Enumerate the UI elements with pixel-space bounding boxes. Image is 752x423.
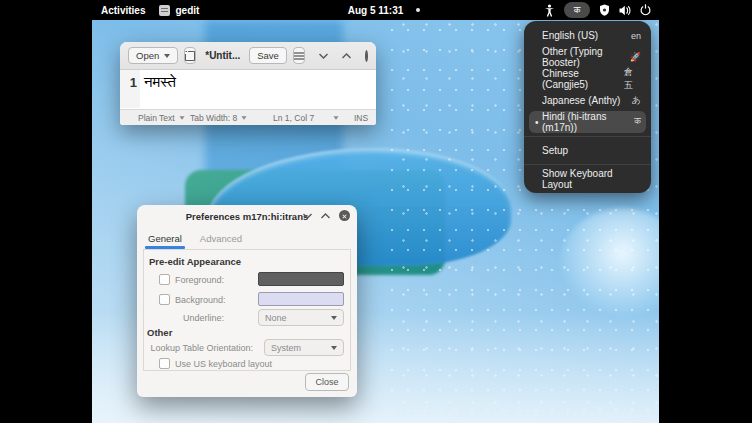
close-button[interactable]: Close (305, 373, 349, 391)
language-label: Plain Text (138, 113, 175, 123)
lookup-orientation-value: System (271, 343, 301, 353)
top-panel: Activities gedit Aug 5 11:31 क (92, 0, 659, 20)
underline-value: None (265, 313, 287, 323)
new-document-button[interactable] (184, 47, 196, 64)
gedit-statusbar: Plain Text Tab Width: 8 Ln 1, Col 7 INS (120, 109, 376, 125)
hamburger-menu-button[interactable] (293, 47, 305, 64)
cursor-position-label[interactable]: Ln 1, Col 7 (273, 110, 314, 126)
open-button[interactable]: Open (128, 47, 178, 64)
goto-line-dropdown[interactable] (333, 110, 339, 126)
input-method-indicator[interactable]: क (564, 2, 590, 18)
chevron-down-icon (179, 116, 184, 119)
save-button[interactable]: Save (249, 47, 287, 64)
shield-icon[interactable] (599, 4, 610, 16)
preferences-content-frame: Pre-edit Appearance Foreground: Backgrou… (143, 249, 351, 371)
window-close-button[interactable] (339, 210, 350, 221)
ime-item-badge: क (634, 116, 641, 127)
close-button-label: Close (315, 377, 338, 387)
ime-item-label: Japanese (Anthy) (542, 95, 620, 106)
line-number: 1 (120, 75, 137, 90)
power-icon[interactable] (640, 4, 651, 16)
rocket-icon: 🚀 (630, 52, 641, 62)
letterboxed-stage: Activities gedit Aug 5 11:31 क (0, 0, 752, 423)
ime-item-label: Show Keyboard Layout (542, 168, 641, 190)
ime-menu-item-english[interactable]: English (US) en (524, 25, 651, 47)
notification-dot-icon (416, 8, 420, 12)
foreground-color-swatch[interactable] (258, 272, 344, 286)
selected-bullet-icon: • (535, 116, 539, 127)
gedit-window: Open *Untit... Save (120, 42, 376, 125)
underline-label: Underline: (144, 313, 224, 323)
foreground-label: Foreground: (175, 275, 224, 285)
window-minimize-button[interactable] (303, 213, 312, 219)
ime-item-badge: あ (632, 94, 641, 107)
chevron-down-icon (331, 316, 337, 320)
chevron-down-icon (164, 54, 170, 58)
volume-icon[interactable] (619, 5, 631, 16)
save-button-label: Save (257, 50, 279, 61)
ime-item-badge: en (631, 31, 641, 41)
window-maximize-button[interactable] (321, 213, 330, 219)
tab-advanced-label: Advanced (200, 233, 242, 244)
lookup-orientation-label: Lookup Table Orientation: (144, 343, 253, 353)
app-menu-label: gedit (175, 5, 199, 16)
preferences-titlebar: Preferences m17n:hi:itrans (137, 205, 357, 227)
ime-menu-item-setup[interactable]: Setup (524, 140, 651, 162)
window-minimize-button[interactable] (319, 53, 328, 59)
document-text: नमस्ते (144, 73, 176, 91)
chevron-down-icon (242, 116, 247, 119)
background-label: Background: (175, 295, 226, 305)
tab-width-label: Tab Width: 8 (190, 113, 237, 123)
cursor-position-text: Ln 1, Col 7 (273, 113, 314, 123)
open-button-label: Open (136, 50, 159, 61)
window-close-button[interactable] (365, 50, 368, 62)
preedit-section-header: Pre-edit Appearance (149, 256, 241, 267)
input-method-menu: English (US) en Other (Typing Booster) 🚀… (524, 21, 651, 193)
insert-mode-indicator[interactable]: INS (354, 110, 368, 126)
chevron-up-icon (342, 53, 351, 59)
chevron-down-icon (333, 116, 338, 119)
tab-advanced[interactable]: Advanced (195, 227, 247, 249)
ime-item-label: Other (Typing Booster) (542, 46, 630, 68)
document-title: *Untit... (205, 50, 240, 61)
preferences-dialog: Preferences m17n:hi:itrans General Advan… (137, 205, 357, 397)
underline-dropdown[interactable]: None (258, 309, 344, 326)
background-checkbox[interactable] (159, 294, 170, 305)
accessibility-icon[interactable] (544, 4, 555, 17)
tab-width-dropdown[interactable]: Tab Width: 8 (190, 110, 247, 126)
chevron-down-icon (331, 346, 337, 350)
gedit-icon (159, 5, 170, 16)
text-editor-area[interactable]: 1 नमस्ते (120, 70, 376, 108)
tab-general[interactable]: General (145, 227, 185, 249)
window-maximize-button[interactable] (342, 53, 351, 59)
chevron-down-icon (303, 213, 312, 219)
menu-separator (524, 164, 651, 165)
foreground-checkbox[interactable] (159, 274, 170, 285)
ime-menu-item-japanese[interactable]: Japanese (Anthy) あ (524, 90, 651, 112)
desktop-screen: Activities gedit Aug 5 11:31 क (92, 0, 659, 423)
ime-menu-item-show-keyboard-layout[interactable]: Show Keyboard Layout (524, 168, 651, 190)
chevron-up-icon (321, 213, 330, 219)
app-menu-button[interactable]: gedit (159, 5, 199, 16)
us-keyboard-label: Use US keyboard layout (175, 359, 272, 369)
new-document-icon (185, 51, 195, 61)
gedit-headerbar: Open *Untit... Save (120, 42, 376, 70)
us-keyboard-checkbox[interactable] (159, 358, 170, 369)
ime-item-label: Setup (542, 145, 568, 156)
chevron-down-icon (319, 53, 328, 59)
clock-button[interactable]: Aug 5 11:31 (348, 5, 404, 16)
language-dropdown[interactable]: Plain Text (138, 110, 185, 126)
ime-menu-item-chinese[interactable]: Chinese (Cangjie5) 倉五 (524, 68, 651, 90)
activities-button[interactable]: Activities (101, 5, 145, 16)
other-section-header: Other (147, 327, 172, 338)
lookup-orientation-dropdown[interactable]: System (264, 339, 344, 356)
preferences-title: Preferences m17n:hi:itrans (186, 211, 309, 222)
ime-item-label: English (US) (542, 30, 598, 41)
menu-separator (524, 136, 651, 137)
background-color-swatch[interactable] (258, 292, 344, 306)
hamburger-icon (294, 52, 304, 60)
ime-menu-item-hindi-selected[interactable]: • Hindi (hi-itrans (m17n)) क (529, 111, 646, 133)
insert-mode-text: INS (354, 113, 368, 123)
tab-general-label: General (148, 233, 182, 244)
ime-item-badge: 倉五 (624, 66, 641, 92)
